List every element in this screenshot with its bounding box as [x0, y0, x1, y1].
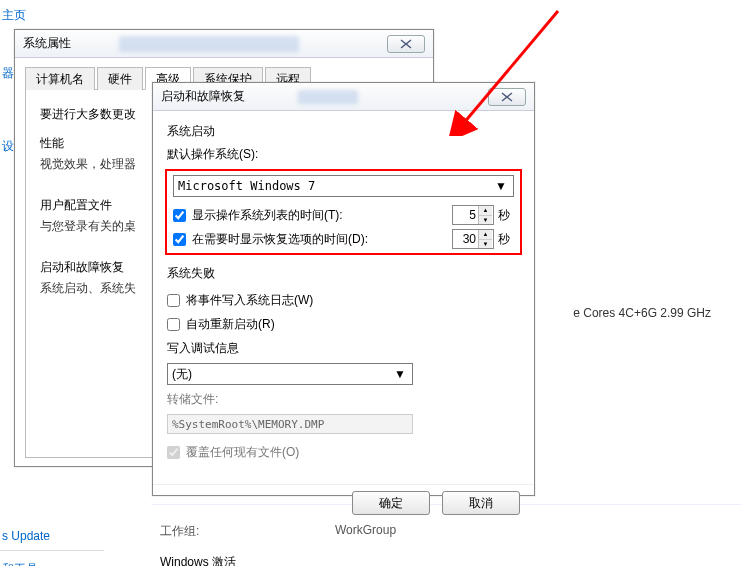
spin-down-icon[interactable]: ▼: [479, 240, 492, 249]
startup-recovery-title: 启动和故障恢复: [161, 88, 292, 105]
close-button[interactable]: [488, 88, 526, 106]
chevron-down-icon: ▼: [493, 178, 509, 194]
blurred-region: [298, 90, 358, 104]
highlighted-region: Microsoft Windows 7 ▼ 显示操作系统列表的时间(T): ▲▼…: [165, 169, 522, 255]
debug-info-value: (无): [172, 366, 192, 383]
sidebar-separator: [0, 550, 104, 551]
system-properties-title: 系统属性: [23, 35, 111, 52]
cancel-button[interactable]: 取消: [442, 491, 520, 515]
debug-info-select[interactable]: (无) ▼: [167, 363, 413, 385]
auto-restart-label: 自动重新启动(R): [186, 316, 275, 333]
ok-button[interactable]: 确定: [352, 491, 430, 515]
workgroup-label: 工作组:: [160, 523, 199, 540]
cpu-info-text: e Cores 4C+6G 2.99 GHz: [573, 306, 711, 320]
close-icon: [501, 92, 513, 102]
seconds-unit: 秒: [498, 207, 514, 224]
close-icon: [400, 39, 412, 49]
show-recovery-label: 在需要时显示恢复选项的时间(D):: [192, 231, 452, 248]
sidebar-home[interactable]: 主页: [2, 7, 102, 24]
blurred-region: [119, 36, 299, 52]
auto-restart-checkbox[interactable]: [167, 318, 180, 331]
system-startup-group: 系统启动: [167, 123, 520, 140]
sidebar-tools[interactable]: 和工具: [2, 561, 102, 566]
dump-file-path-input: [167, 414, 413, 434]
sidebar-update[interactable]: s Update: [2, 529, 102, 543]
write-event-label: 将事件写入系统日志(W): [186, 292, 313, 309]
spin-up-icon[interactable]: ▲: [479, 230, 492, 240]
overwrite-label: 覆盖任何现有文件(O): [186, 444, 299, 461]
tab-hardware[interactable]: 硬件: [97, 67, 143, 90]
workgroup-value: WorkGroup: [335, 523, 396, 537]
show-recovery-seconds-spinner[interactable]: ▲▼: [452, 229, 494, 249]
show-os-list-seconds-spinner[interactable]: ▲▼: [452, 205, 494, 225]
default-os-select[interactable]: Microsoft Windows 7 ▼: [173, 175, 514, 197]
system-properties-titlebar[interactable]: 系统属性: [15, 30, 433, 58]
show-os-list-label: 显示操作系统列表的时间(T):: [192, 207, 452, 224]
chevron-down-icon: ▼: [392, 366, 408, 382]
show-os-list-seconds-input[interactable]: [453, 207, 478, 223]
startup-recovery-dialog: 启动和故障恢复 系统启动 默认操作系统(S): Microsoft Window…: [152, 82, 535, 496]
spin-up-icon[interactable]: ▲: [479, 206, 492, 216]
tab-computer-name[interactable]: 计算机名: [25, 67, 95, 90]
startup-recovery-titlebar[interactable]: 启动和故障恢复: [153, 83, 534, 111]
debug-info-label: 写入调试信息: [167, 340, 520, 357]
system-failure-group: 系统失败: [167, 265, 520, 282]
default-os-label: 默认操作系统(S):: [167, 146, 520, 163]
show-recovery-checkbox[interactable]: [173, 233, 186, 246]
write-event-checkbox[interactable]: [167, 294, 180, 307]
dump-file-label: 转储文件:: [167, 391, 520, 408]
spin-down-icon[interactable]: ▼: [479, 216, 492, 225]
show-os-list-checkbox[interactable]: [173, 209, 186, 222]
default-os-value: Microsoft Windows 7: [178, 179, 315, 193]
close-button[interactable]: [387, 35, 425, 53]
seconds-unit: 秒: [498, 231, 514, 248]
windows-activation-header: Windows 激活: [160, 554, 236, 566]
show-recovery-seconds-input[interactable]: [453, 231, 478, 247]
overwrite-checkbox: [167, 446, 180, 459]
